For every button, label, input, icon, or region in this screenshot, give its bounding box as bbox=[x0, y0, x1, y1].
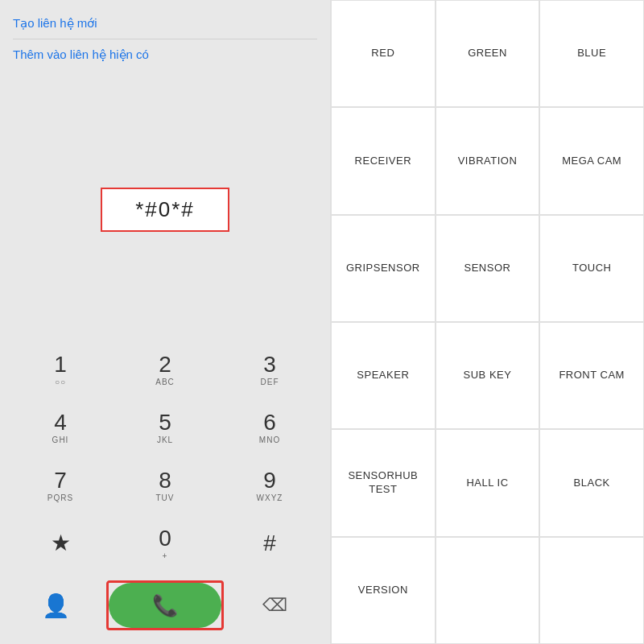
add-to-existing-contact[interactable]: Thêm vào liên hệ hiện có bbox=[13, 39, 317, 70]
keypad-row-4: ★ 0 + # bbox=[8, 515, 322, 572]
keypad: 1 ○○ 2 ABC 3 DEF 4 GHI 5 JKL 6 M bbox=[0, 341, 330, 573]
call-button-wrapper: 📞 bbox=[106, 580, 224, 630]
test-cell-speaker[interactable]: SPEAKER bbox=[331, 322, 436, 429]
test-cell-hall-ic[interactable]: HALL IC bbox=[436, 429, 540, 536]
dial-display-text: *#0*# bbox=[135, 197, 195, 221]
test-cell-empty-1[interactable] bbox=[436, 537, 540, 644]
contacts-icon: 👤 bbox=[42, 592, 70, 619]
key-6[interactable]: 6 MNO bbox=[225, 399, 314, 456]
test-cell-mega-cam[interactable]: MEGA CAM bbox=[539, 107, 644, 214]
keypad-row-2: 4 GHI 5 JKL 6 MNO bbox=[8, 399, 322, 456]
key-0[interactable]: 0 + bbox=[121, 515, 209, 572]
keypad-row-3: 7 PQRS 8 TUV 9 WXYZ bbox=[8, 457, 322, 514]
test-cell-gripsensor[interactable]: GRIPSENSOR bbox=[331, 215, 436, 322]
test-cell-vibration[interactable]: VIBRATION bbox=[436, 107, 540, 214]
key-4[interactable]: 4 GHI bbox=[16, 399, 105, 456]
test-cell-receiver[interactable]: RECEIVER bbox=[331, 107, 436, 214]
contact-options: Tạo liên hệ mới Thêm vào liên hệ hiện có bbox=[0, 0, 330, 78]
key-9[interactable]: 9 WXYZ bbox=[225, 457, 314, 514]
delete-button[interactable]: ⌫ bbox=[230, 580, 319, 631]
key-star[interactable]: ★ bbox=[16, 515, 105, 572]
key-8[interactable]: 8 TUV bbox=[121, 457, 209, 514]
create-new-contact[interactable]: Tạo liên hệ mới bbox=[13, 8, 317, 39]
key-7[interactable]: 7 PQRS bbox=[16, 457, 105, 514]
key-2[interactable]: 2 ABC bbox=[121, 341, 209, 398]
test-cell-red[interactable]: RED bbox=[331, 0, 436, 107]
test-cell-front-cam[interactable]: FRONT CAM bbox=[539, 322, 644, 429]
key-hash[interactable]: # bbox=[225, 515, 314, 572]
dial-display-box: *#0*# bbox=[101, 188, 229, 232]
call-button[interactable]: 📞 bbox=[109, 583, 221, 628]
keypad-row-1: 1 ○○ 2 ABC 3 DEF bbox=[8, 341, 322, 398]
key-5[interactable]: 5 JKL bbox=[121, 399, 209, 456]
test-cell-sensorhub[interactable]: SENSORHUB TEST bbox=[331, 429, 436, 536]
test-cell-blue[interactable]: BLUE bbox=[539, 0, 644, 107]
key-1[interactable]: 1 ○○ bbox=[16, 341, 105, 398]
test-cell-black[interactable]: BLACK bbox=[539, 429, 644, 536]
test-cell-empty-2[interactable] bbox=[539, 537, 644, 644]
test-cell-touch[interactable]: TOUCH bbox=[539, 215, 644, 322]
dial-display-area: *#0*# bbox=[0, 78, 330, 341]
call-icon: 📞 bbox=[152, 593, 178, 618]
left-panel: Tạo liên hệ mới Thêm vào liên hệ hiện có… bbox=[0, 0, 330, 644]
test-cell-sub-key[interactable]: SUB KEY bbox=[436, 322, 540, 429]
action-row: 👤 📞 ⌫ bbox=[0, 573, 330, 644]
test-cell-green[interactable]: GREEN bbox=[436, 0, 540, 107]
test-cell-version[interactable]: VERSION bbox=[331, 537, 436, 644]
contacts-button[interactable]: 👤 bbox=[11, 580, 100, 631]
right-panel: RED GREEN BLUE RECEIVER VIBRATION MEGA C… bbox=[330, 0, 644, 644]
key-3[interactable]: 3 DEF bbox=[225, 341, 314, 398]
delete-icon: ⌫ bbox=[262, 595, 287, 616]
test-cell-sensor[interactable]: SENSOR bbox=[436, 215, 540, 322]
